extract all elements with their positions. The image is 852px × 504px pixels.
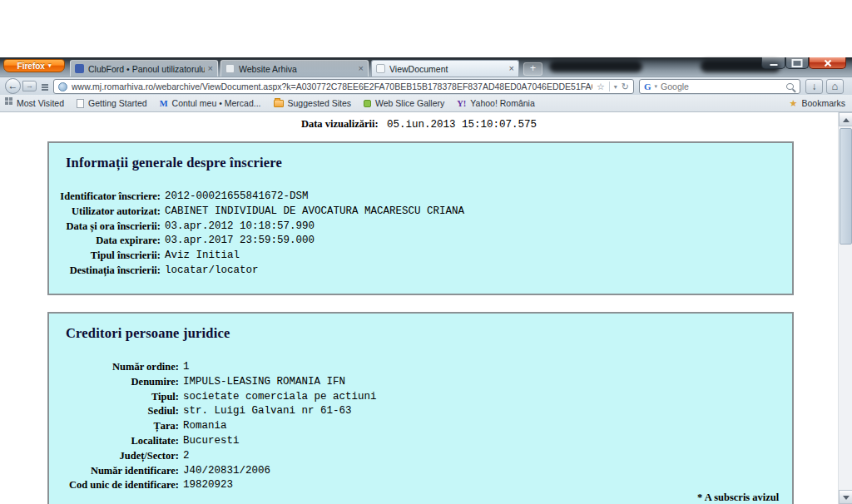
field-value: Aviz Initial xyxy=(165,249,240,264)
field-label: Denumire: xyxy=(49,375,179,390)
field-label: Sediul: xyxy=(49,404,179,419)
bookmarks-menu-label: Bookmarks xyxy=(801,98,845,108)
field-row: Data și ora înscrierii: 03.apr.2012 10:1… xyxy=(49,220,792,235)
grid-icon xyxy=(5,97,8,101)
field-value: str. Luigi Galvani nr 61-63 xyxy=(183,404,352,419)
downloads-button[interactable]: ↓ xyxy=(805,79,823,94)
page-icon xyxy=(77,99,84,108)
search-input[interactable] xyxy=(661,82,783,91)
navigation-toolbar: ← → ☆ ▾ ↻ G ▾ ↓ ⌂ xyxy=(0,77,852,95)
tab-close-icon[interactable]: × xyxy=(359,64,364,73)
search-icon[interactable] xyxy=(786,83,794,90)
scroll-down-button[interactable] xyxy=(839,490,852,504)
reload-icon[interactable]: ↻ xyxy=(622,82,629,91)
vertical-scrollbar[interactable] xyxy=(838,112,852,504)
search-engine-dropdown-icon[interactable]: ▾ xyxy=(655,83,658,90)
new-tab-button[interactable]: + xyxy=(523,62,542,76)
bookmark-yahoo-romania[interactable]: Y! Yahoo! România xyxy=(457,98,535,108)
field-row: Județ/Sector: 2 xyxy=(49,449,792,464)
web-slice-icon xyxy=(364,100,371,107)
close-window-button[interactable] xyxy=(809,57,846,69)
tab-close-icon[interactable]: × xyxy=(208,64,213,73)
field-rows: Identificator înscriere: 2012-0002165584… xyxy=(49,190,792,279)
field-rows: Număr ordine: 1 Denumire: IMPULS-LEASING… xyxy=(49,360,792,493)
field-label: Data și ora înscrierii: xyxy=(49,220,161,235)
field-label: Număr identificare: xyxy=(49,464,179,479)
tab-favicon xyxy=(75,64,84,73)
field-value: 2 xyxy=(183,449,190,464)
field-row: Cod unic de identificare: 19820923 xyxy=(49,478,792,493)
tab-favicon xyxy=(376,64,385,73)
field-label: Țara: xyxy=(49,419,179,434)
bookmark-label: Suggested Sites xyxy=(288,98,351,108)
bookmark-label: Yahoo! România xyxy=(470,98,534,108)
site-identity-globe-icon[interactable] xyxy=(58,82,67,91)
view-date-line: Data vizualizării: 05.iun.2013 15:10:07.… xyxy=(0,116,838,131)
field-row: Tipul: societate comerciala pe actiuni xyxy=(49,390,792,405)
section-title: Creditori persoane juridice xyxy=(66,325,792,342)
page-content: Data vizualizării: 05.iun.2013 15:10:07.… xyxy=(0,112,852,504)
window-controls xyxy=(761,57,846,69)
field-row: Destinația înscrierii: locatar/locator xyxy=(49,264,792,279)
merchant-favicon: M xyxy=(160,99,168,108)
field-label: Tipul: xyxy=(49,390,179,405)
field-value: Bucuresti xyxy=(183,434,240,449)
url-dropdown-icon[interactable]: ▾ xyxy=(614,82,617,91)
field-value: Romania xyxy=(183,419,227,434)
bookmark-star-icon[interactable]: ☆ xyxy=(597,82,605,91)
bookmark-web-slice-gallery[interactable]: Web Slice Gallery xyxy=(364,98,444,108)
field-value: societate comerciala pe actiuni xyxy=(183,390,377,405)
field-value: 03.apr.2017 23:59:59.000 xyxy=(165,234,315,249)
tab-label: ClubFord • Panoul utilizatorului • Co... xyxy=(88,64,205,74)
url-input[interactable] xyxy=(72,82,592,91)
bookmark-contul-meu[interactable]: M Contul meu • Mercad... xyxy=(160,98,261,108)
field-label: Localitate: xyxy=(49,434,179,449)
scroll-up-button[interactable] xyxy=(839,112,852,126)
bookmark-getting-started[interactable]: Getting Started xyxy=(77,98,147,108)
field-value: locatar/locator xyxy=(165,264,259,279)
field-label: Județ/Sector: xyxy=(49,449,179,464)
firefox-menu-label: Firefox xyxy=(17,62,45,71)
tab-clubford[interactable]: ClubFord • Panoul utilizatorului • Co...… xyxy=(70,60,218,77)
tab-close-icon[interactable]: × xyxy=(509,64,514,73)
field-row: Utilizator autorizat: CABINET INDIVIDUAL… xyxy=(49,205,792,220)
bookmark-suggested-sites[interactable]: Suggested Sites xyxy=(274,98,351,108)
bookmarks-menu-button[interactable]: ★ Bookmarks xyxy=(790,95,845,111)
field-label: Destinația înscrierii: xyxy=(49,264,161,279)
firefox-menu-button[interactable]: Firefox ▾ xyxy=(3,59,65,72)
field-row: Țara: Romania xyxy=(49,419,792,434)
field-value: 19820923 xyxy=(183,478,233,493)
tab-viewdocument-active[interactable]: ViewDocument × xyxy=(371,60,519,77)
scrollbar-thumb[interactable] xyxy=(840,128,852,245)
field-row: Identificator înscriere: 2012-0002165584… xyxy=(49,190,792,205)
field-row: Sediul: str. Luigi Galvani nr 61-63 xyxy=(49,404,792,419)
field-label: Data expirare: xyxy=(49,234,161,249)
field-row: Denumire: IMPULS-LEASING ROMANIA IFN xyxy=(49,375,792,390)
bookmark-label: Web Slice Gallery xyxy=(375,98,444,108)
field-label: Tipul înscrierii: xyxy=(49,249,161,264)
tab-website-arhiva[interactable]: Website Arhiva × xyxy=(220,60,369,77)
view-date-label: Data vizualizării: xyxy=(301,118,379,130)
section-informatii-generale: Informații generale despre înscriere Ide… xyxy=(47,141,794,295)
divider xyxy=(609,82,610,91)
forward-button[interactable]: → xyxy=(22,81,37,91)
section-creditori-persoane-juridice: Creditori persoane juridice Număr ordine… xyxy=(47,312,794,504)
back-button[interactable]: ← xyxy=(5,78,21,94)
field-value: 1 xyxy=(183,360,190,375)
url-bar[interactable]: ☆ ▾ ↻ xyxy=(53,79,634,94)
minimize-button[interactable] xyxy=(761,57,785,69)
home-button[interactable]: ⌂ xyxy=(826,79,844,94)
field-value: 2012-00021655841672-DSM xyxy=(165,190,309,205)
yahoo-favicon: Y! xyxy=(457,99,466,108)
tab-label: ViewDocument xyxy=(389,64,506,74)
field-row: Data expirare: 03.apr.2017 23:59:59.000 xyxy=(49,234,792,249)
field-value: CABINET INDIVIDUAL DE AVOCATURA MACARESC… xyxy=(165,205,464,220)
bookmark-label: Getting Started xyxy=(88,98,147,108)
folder-icon xyxy=(274,100,284,107)
search-engine-icon[interactable]: G xyxy=(644,82,651,91)
search-box[interactable]: G ▾ xyxy=(639,79,800,94)
maximize-button[interactable] xyxy=(785,57,809,69)
history-list-icon[interactable] xyxy=(42,84,48,86)
bookmark-most-visited[interactable]: Most Visited xyxy=(5,98,64,108)
star-icon: ★ xyxy=(790,98,798,109)
